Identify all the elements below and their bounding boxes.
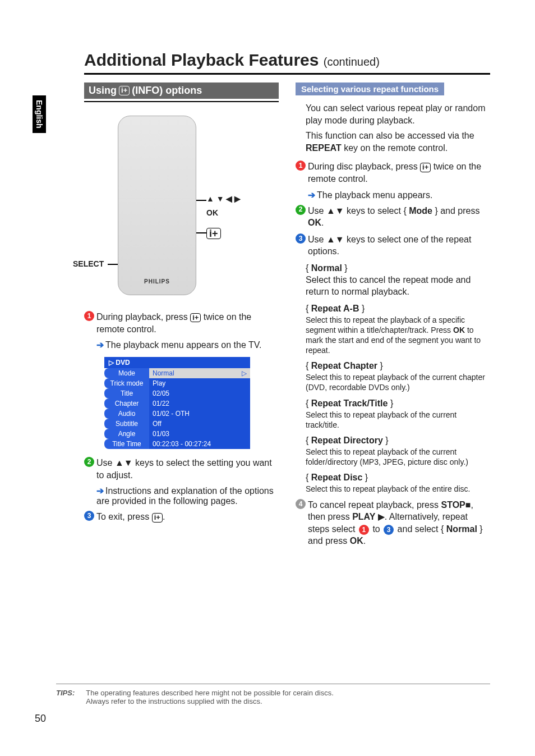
period: . — [163, 512, 165, 521]
inline-bullet-1-icon: 1 — [359, 525, 369, 535]
arrow-right-icon: ➔ — [308, 190, 315, 200]
step-2: 2 Use ▲▼ keys to select the setting you … — [84, 457, 279, 481]
r-step-1: 1 During disc playback, press i+ twice o… — [296, 161, 490, 185]
menu-header-text: DVD — [116, 359, 130, 366]
s4-ok: OK — [350, 536, 363, 546]
menu-row-label: Title Time — [104, 439, 149, 449]
menu-row-value: 00:22:03 - 00:27:24 — [149, 439, 250, 449]
r-s2c: } and press — [432, 206, 480, 216]
menu-row-value: 01/03 — [149, 429, 250, 439]
menu-row: ModeNormal ▷ — [104, 368, 250, 378]
tips-label: TIPS: — [56, 689, 75, 705]
menu-row: Audio01/02 - OTH — [104, 409, 250, 419]
step-3-text: To exit, press — [96, 512, 152, 521]
menu-row: Trick modePlay — [104, 378, 250, 388]
section-title-suffix: (INFO) options — [132, 85, 202, 97]
menu-row-value: 01/22 — [149, 398, 250, 409]
repeat-option-desc: Select this to repeat playback of the cu… — [306, 372, 490, 392]
tips-line-1: The operating features described here mi… — [86, 689, 334, 697]
menu-row-label: Angle — [104, 429, 149, 439]
intro-para-1: You can select various repeat play or ra… — [306, 102, 490, 126]
r-s2d: OK — [308, 218, 321, 227]
menu-row-label: Subtitle — [104, 419, 149, 429]
menu-row-label: Title — [104, 388, 149, 398]
bullet-2-icon: 2 — [296, 205, 306, 215]
tips-line-2: Always refer to the instructions supplie… — [86, 697, 334, 705]
repeat-option-name: Normal — [311, 263, 342, 273]
menu-header-row: ▷ DVD — [104, 357, 250, 368]
title-main: Additional Playback Features — [84, 51, 324, 69]
r-s2b: Mode — [409, 206, 432, 216]
inline-bullet-3-icon: 3 — [384, 525, 394, 535]
info-icon: i+ — [420, 163, 431, 172]
menu-row-label: Mode — [104, 368, 149, 378]
callout-line — [196, 232, 206, 233]
intro2-a: This function can also be accessed via t… — [306, 131, 474, 140]
step-2-text: Use ▲▼ keys to select the setting you wa… — [96, 457, 279, 481]
s4a: To cancel repeat playback, press — [308, 500, 441, 510]
info-icon: i+ — [119, 86, 130, 95]
menu-row-label: Audio — [104, 409, 149, 419]
step-1-text-a: During playback, press — [96, 312, 190, 322]
arrow-right-icon: ➔ — [96, 486, 104, 496]
callout-line — [108, 264, 118, 265]
s4k: . — [363, 536, 366, 546]
bullet-3-icon: 3 — [84, 511, 94, 521]
repeat-option-name: Repeat Directory — [311, 436, 383, 445]
menu-row-label: Trick mode — [104, 378, 149, 388]
step-2-sub-text: Instructions and explanation of the opti… — [96, 486, 274, 506]
step-1-sub: ➔The playback menu appears on the TV. — [96, 340, 279, 350]
repeat-option-desc: Select this to repeat playback of the en… — [306, 484, 490, 494]
remote-callout-info-icon: i+ — [206, 228, 221, 239]
intro2-c: key on the remote control. — [342, 143, 448, 153]
s4-normal: Normal — [446, 524, 477, 534]
menu-row-value: Normal ▷ — [149, 368, 250, 378]
r-s2e: . — [321, 218, 324, 227]
repeat-option-desc: Select this to repeat playback of the cu… — [306, 447, 490, 467]
r-step3-text: Use ▲▼ keys to select one of the repeat … — [308, 233, 490, 258]
menu-row-value: 02/05 — [149, 388, 250, 398]
menu-row: Title02/05 — [104, 388, 250, 398]
s4f: to — [370, 524, 382, 534]
remote-callout-arrows: ▲ ▼ ◀ ▶ — [206, 194, 241, 203]
menu-row: Chapter01/22 — [104, 398, 250, 409]
step-3: 3 To exit, press i+. — [84, 511, 279, 523]
r-step1-sub: ➔The playback menu appears. — [308, 190, 490, 200]
subsection-header-repeat: Selecting various repeat functions — [296, 83, 444, 95]
title-continued: (continued) — [324, 56, 380, 68]
tips-footer: TIPS: The operating features described h… — [56, 684, 490, 705]
repeat-option-head: { Repeat Directory } — [306, 436, 490, 446]
repeat-option-head: { Repeat Chapter } — [306, 361, 490, 371]
r-step1-a: During disc playback, press — [308, 162, 420, 171]
page-title: Additional Playback Features (continued) — [34, 51, 490, 70]
info-icon: i+ — [190, 313, 201, 322]
s4-stop: STOP — [441, 500, 465, 510]
menu-row-value: Off — [149, 419, 250, 429]
callout-line — [196, 200, 206, 201]
intro2-repeat: REPEAT — [306, 143, 342, 153]
r-s2a: Use ▲▼ keys to select { — [308, 206, 409, 216]
bullet-4-icon: 4 — [296, 499, 306, 509]
step-2-sub: ➔Instructions and explanation of the opt… — [96, 485, 279, 506]
left-column: Using i+ (INFO) options PHILIPS ▲ ▼ ◀ ▶ … — [84, 83, 279, 552]
arrow-right-icon: ➔ — [96, 340, 104, 350]
section-header-using-info: Using i+ (INFO) options — [84, 83, 279, 99]
menu-row: Title Time00:22:03 - 00:27:24 — [104, 439, 250, 449]
menu-row-label: Chapter — [104, 398, 149, 409]
right-column: Selecting various repeat functions You c… — [296, 83, 490, 552]
menu-row: SubtitleOff — [104, 419, 250, 429]
bullet-2-icon: 2 — [84, 457, 94, 467]
language-tab: English — [33, 95, 46, 133]
remote-brand-label: PHILIPS — [118, 278, 196, 285]
info-icon: i+ — [152, 513, 163, 522]
step-1-sub-text: The playback menu appears on the TV. — [105, 340, 261, 350]
repeat-option-desc: Select this to repeat the playback of a … — [306, 315, 490, 356]
page-number: 50 — [35, 713, 46, 725]
s4-play: PLAY — [352, 512, 375, 521]
remote-control-image: PHILIPS — [118, 116, 196, 295]
repeat-option-head: { Repeat Disc } — [306, 473, 490, 483]
repeat-option-name: Repeat Chapter — [311, 361, 377, 370]
repeat-option-head: { Repeat A-B } — [306, 304, 490, 314]
bullet-3-icon: 3 — [296, 233, 306, 244]
r-step1-sub-text: The playback menu appears. — [317, 190, 432, 200]
